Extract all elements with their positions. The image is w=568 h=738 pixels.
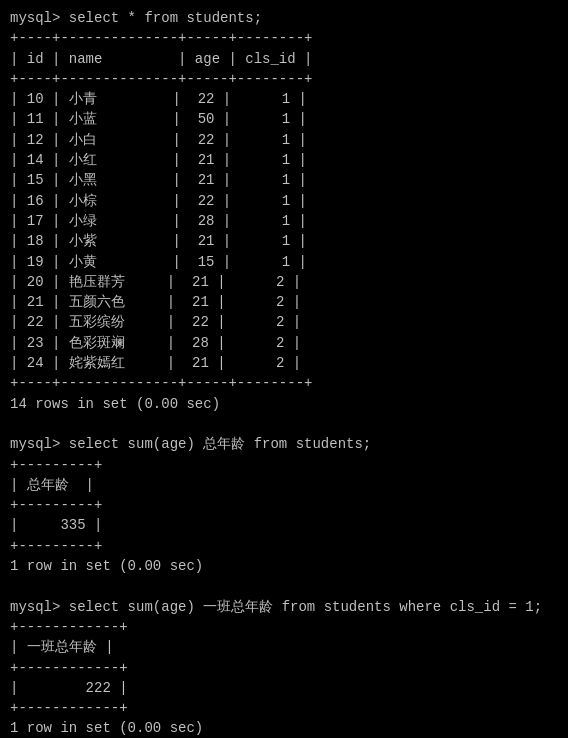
terminal-window: mysql> select * from students; +----+---…: [10, 8, 558, 738]
terminal-content: mysql> select * from students; +----+---…: [10, 8, 558, 738]
